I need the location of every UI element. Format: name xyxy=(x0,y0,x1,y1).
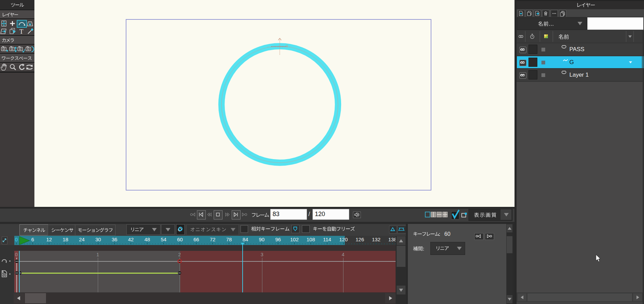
svg-text:T: T xyxy=(19,28,24,35)
